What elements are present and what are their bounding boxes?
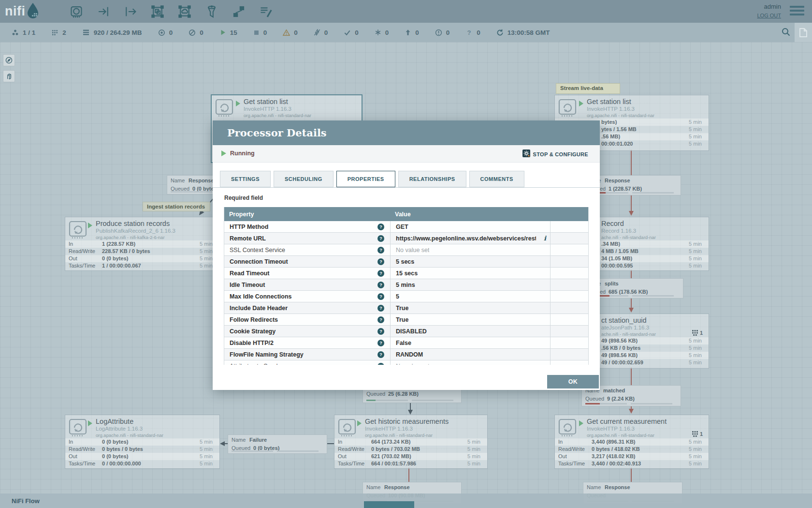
connection-row-label: Queued <box>585 395 604 403</box>
status-item-disabled: 0 <box>314 29 328 36</box>
property-row[interactable]: Disable HTTP/2?False <box>224 337 588 349</box>
status-bar-right <box>777 23 812 42</box>
stat-label: Tasks/Time <box>338 460 364 467</box>
help-icon[interactable]: ? <box>377 363 384 365</box>
processor-get-current-measurement[interactable]: Get current measurementInvokeHTTP 1.16.3… <box>554 415 709 469</box>
tab-settings[interactable]: SETTINGS <box>220 171 271 187</box>
help-icon[interactable]: ? <box>377 340 384 346</box>
current-user-label: admin <box>757 2 781 11</box>
stat-window: 5 min <box>467 460 480 467</box>
funnel-icon[interactable] <box>198 5 225 18</box>
help-icon[interactable]: ? <box>377 247 384 254</box>
property-name: Include Date Header <box>230 305 288 312</box>
status-value: 0 <box>324 29 328 36</box>
tab-scheduling[interactable]: SCHEDULING <box>274 171 334 187</box>
help-icon[interactable]: ? <box>377 235 384 242</box>
operate-palette-button[interactable] <box>3 70 15 82</box>
property-row[interactable]: SSL Context Service?No value set <box>224 244 588 256</box>
help-icon[interactable]: ? <box>377 224 384 230</box>
label-stream-live-data[interactable]: Stream live-data <box>556 83 620 94</box>
logout-link[interactable]: LOG OUT <box>757 11 781 20</box>
locally-modified-stale-icon <box>435 29 442 36</box>
property-row[interactable]: Include Date Header?True <box>224 302 588 314</box>
run-status-label: Running <box>230 150 255 157</box>
stop-and-configure-label: STOP & CONFIGURE <box>533 151 588 157</box>
processor-name: Get current measurement <box>587 418 667 425</box>
property-row[interactable]: HTTP Method?GET <box>224 221 588 233</box>
navigate-palette-button[interactable] <box>3 54 15 66</box>
stat-window: 5 min <box>689 255 702 262</box>
property-value: RANDOM <box>396 351 423 358</box>
property-row[interactable]: Idle Timeout?5 mins <box>224 279 588 291</box>
status-item-locally-modified: 0 <box>375 29 389 36</box>
global-menu-icon[interactable] <box>790 6 804 17</box>
invalid-icon <box>283 29 290 36</box>
tab-properties[interactable]: PROPERTIES <box>336 171 395 187</box>
stat-row: Read/Write228.57 KB / 0 bytes5 min <box>65 248 219 255</box>
status-value: 0 <box>446 29 450 36</box>
help-icon[interactable]: ? <box>377 305 384 312</box>
status-item-refresh[interactable]: 13:00:58 GMT <box>496 29 550 36</box>
stat-value: 1 (228.57 KB) <box>102 240 135 248</box>
ok-button[interactable]: OK <box>547 375 599 388</box>
tab-relationships[interactable]: RELATIONSHIPS <box>398 171 466 187</box>
connection-queued-historic[interactable]: Queued25 (6.28 KB) <box>362 388 462 403</box>
property-row[interactable]: Connection Timeout?5 secs <box>224 256 588 268</box>
connection-row-label: Name <box>232 436 246 444</box>
refresh-icon[interactable] <box>496 29 504 36</box>
help-icon[interactable]: ? <box>377 351 384 358</box>
stat-value: 0 (0 bytes) <box>102 438 128 446</box>
stat-label: Tasks/Time <box>558 460 585 467</box>
properties-table: Property Value HTTP Method?GETRemote URL… <box>224 207 589 365</box>
label-ingest-station-records[interactable]: Ingest station records <box>143 202 210 211</box>
stat-window: 5 min <box>200 438 213 446</box>
property-row[interactable]: Cookie Strategy?DISABLED <box>224 326 588 337</box>
status-item-running: 15 <box>219 29 237 36</box>
processor-name: LogAttribute <box>96 418 133 425</box>
help-icon[interactable]: ? <box>377 316 384 323</box>
search-icon[interactable] <box>777 28 795 38</box>
help-icon[interactable]: ? <box>377 270 384 277</box>
tab-comments[interactable]: COMMENTS <box>469 171 524 187</box>
property-row[interactable]: Remote URL?https://www.pegelonline.wsv.d… <box>224 233 588 244</box>
gear-icon <box>522 149 530 159</box>
stat-row: Read/Write0 bytes / 0 bytes5 min <box>65 446 219 453</box>
processor-bundle: ache.nifi - nifi-standard-nar <box>601 235 656 240</box>
status-value: 0 <box>477 29 480 36</box>
status-item-stale: 0 <box>405 29 419 36</box>
label-icon[interactable] <box>252 5 279 18</box>
stop-and-configure-button[interactable]: STOP & CONFIGURE <box>522 149 588 159</box>
stat-value: 0 / 00:00:00.000 <box>102 460 141 467</box>
processor-log-attribute[interactable]: LogAttributeLogAttribute 1.16.3org.apach… <box>65 415 220 469</box>
stat-window: 5 min <box>467 446 480 453</box>
input-port-icon[interactable] <box>90 5 117 18</box>
processor-icon[interactable] <box>63 5 90 18</box>
help-icon[interactable]: ? <box>377 258 384 265</box>
help-icon[interactable]: ? <box>377 328 384 335</box>
processor-bundle: org.apache.nifi - nifi-standard-nar <box>96 433 163 438</box>
running-status-icon <box>88 223 92 228</box>
template-icon[interactable] <box>225 5 252 18</box>
remote-process-group-icon[interactable] <box>171 5 198 18</box>
property-row[interactable]: Read Timeout?15 secs <box>224 268 588 279</box>
breadcrumb[interactable]: NiFi Flow <box>12 497 40 505</box>
connection-failure[interactable]: NameFailureQueued0 (0 bytes) <box>228 434 327 454</box>
property-row[interactable]: FlowFile Naming Strategy?RANDOM <box>224 349 588 360</box>
status-item-queued: 920 / 264.29 MB <box>82 29 142 36</box>
process-group-icon[interactable] <box>144 5 171 18</box>
property-name: Disable HTTP/2 <box>230 340 274 346</box>
status-value: 2 <box>62 29 66 36</box>
stat-window: 5 min <box>200 240 213 248</box>
info-icon[interactable]: i <box>544 235 546 242</box>
property-row[interactable]: Max Idle Connections?5 <box>224 291 588 302</box>
property-row[interactable]: Follow Redirects?True <box>224 314 588 326</box>
help-icon[interactable]: ? <box>377 282 384 288</box>
output-port-icon[interactable] <box>117 5 144 18</box>
status-value: 0 <box>385 29 389 36</box>
property-name: Connection Timeout <box>230 258 288 265</box>
property-row[interactable]: Attributes to Send?No value set <box>224 360 588 365</box>
help-icon[interactable]: ? <box>377 293 384 300</box>
processor-produce-station-records[interactable]: Produce station recordsPublishKafkaRecor… <box>65 217 220 271</box>
processor-get-historic-measurements[interactable]: Get historic measurementsInvokeHTTP 1.16… <box>334 415 488 469</box>
summary-doc-icon[interactable] <box>795 23 812 42</box>
